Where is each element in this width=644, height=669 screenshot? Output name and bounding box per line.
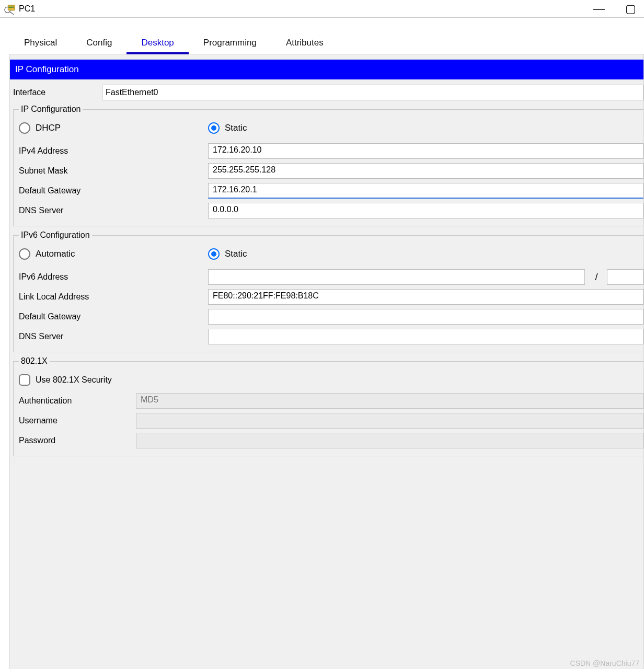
ip-mode-row: DHCP Static [16, 117, 643, 141]
tab-programming[interactable]: Programming [189, 34, 271, 54]
ipv6-address-label: IPv6 Address [19, 272, 208, 282]
ipv6-dns-input[interactable] [208, 329, 643, 344]
subnet-mask-input[interactable]: 255.255.255.128 [208, 163, 643, 179]
app-pc-icon [4, 3, 16, 15]
use-8021x-label: Use 802.1X Security [36, 375, 112, 385]
tab-desktop[interactable]: Desktop [126, 34, 188, 54]
desktop-panel: IP Configuration Interface FastEthernet0… [9, 54, 644, 669]
static-radio[interactable] [208, 122, 220, 134]
titlebar-controls: — ▢ [590, 2, 640, 16]
default-gateway-label: Default Gateway [19, 186, 208, 195]
ipv6-config-group: IPv6 Configuration Automatic Static IPv6… [13, 230, 643, 352]
ipv4-address-label: IPv4 Address [19, 146, 208, 156]
ipv6-mode-row: Automatic Static [16, 243, 643, 267]
dns-server-label: DNS Server [19, 206, 208, 215]
minimize-button[interactable]: — [590, 2, 608, 16]
password-input[interactable] [136, 433, 643, 448]
username-label: Username [19, 416, 136, 425]
content-area: Physical Config Desktop Programming Attr… [0, 34, 644, 669]
authentication-select[interactable]: MD5 [136, 393, 643, 409]
use-8021x-checkbox[interactable] [19, 374, 30, 386]
link-local-input[interactable]: FE80::290:21FF:FE98:B18C [208, 289, 643, 305]
ipv6-address-row: IPv6 Address / [16, 267, 643, 287]
subnet-mask-label: Subnet Mask [19, 166, 208, 176]
ipv4-address-row: IPv4 Address 172.16.20.10 [16, 141, 643, 161]
panel-title: IP Configuration [10, 60, 643, 79]
subnet-mask-row: Subnet Mask 255.255.255.128 [16, 161, 643, 181]
ipv6-address-input[interactable] [208, 269, 585, 285]
tab-attributes[interactable]: Attributes [271, 34, 338, 54]
svg-line-2 [10, 11, 14, 15]
titlebar-left: PC1 [4, 3, 35, 15]
use-8021x-row: Use 802.1X Security [16, 369, 643, 391]
ipv6-auto-radio[interactable] [19, 248, 30, 260]
ipv6-gateway-input[interactable] [208, 309, 643, 325]
dot1x-legend: 802.1X [19, 356, 50, 366]
authentication-label: Authentication [19, 396, 136, 406]
static-radio-label: Static [225, 123, 247, 133]
tab-config[interactable]: Config [72, 34, 126, 54]
watermark-text: CSDN @NaruChiu77 [570, 659, 639, 667]
ip-config-group: IP Configuration DHCP Static IPv4 Addres… [13, 105, 643, 226]
tab-physical[interactable]: Physical [9, 34, 72, 54]
window-title: PC1 [19, 4, 35, 14]
ipv6-gateway-row: Default Gateway [16, 307, 643, 327]
interface-label: Interface [13, 88, 102, 97]
dhcp-radio-label: DHCP [36, 123, 61, 133]
dns-server-row: DNS Server 0.0.0.0 [16, 201, 643, 221]
ipv6-dns-row: DNS Server [16, 327, 643, 347]
dot1x-group: 802.1X Use 802.1X Security Authenticatio… [13, 356, 643, 456]
ipv6-gateway-label: Default Gateway [19, 312, 208, 321]
dhcp-radio[interactable] [19, 122, 30, 134]
link-local-row: Link Local Address FE80::290:21FF:FE98:B… [16, 287, 643, 307]
tab-bar: Physical Config Desktop Programming Attr… [9, 34, 644, 54]
maximize-button[interactable]: ▢ [621, 2, 640, 16]
interface-select[interactable]: FastEthernet0 [102, 85, 643, 100]
username-input[interactable] [136, 413, 643, 429]
ipv6-config-legend: IPv6 Configuration [19, 230, 92, 240]
password-label: Password [19, 436, 136, 445]
link-local-label: Link Local Address [19, 292, 208, 302]
ipv6-dns-label: DNS Server [19, 332, 208, 341]
ipv6-prefix-separator: / [591, 272, 602, 283]
ipv4-address-input[interactable]: 172.16.20.10 [208, 143, 643, 159]
default-gateway-input[interactable]: 172.16.20.1 [208, 183, 643, 199]
ipv6-static-radio-label: Static [225, 249, 247, 259]
default-gateway-row: Default Gateway 172.16.20.1 [16, 181, 643, 201]
ip-config-legend: IP Configuration [19, 105, 83, 114]
authentication-row: Authentication MD5 [16, 391, 643, 411]
ipv6-auto-radio-label: Automatic [36, 249, 75, 259]
window-titlebar: PC1 — ▢ [0, 0, 644, 18]
ipv6-static-radio[interactable] [208, 248, 220, 260]
dns-server-input[interactable]: 0.0.0.0 [208, 203, 643, 218]
username-row: Username [16, 411, 643, 431]
password-row: Password [16, 431, 643, 451]
ipv6-prefix-input[interactable] [607, 269, 643, 285]
interface-row: Interface FastEthernet0 [10, 83, 643, 103]
